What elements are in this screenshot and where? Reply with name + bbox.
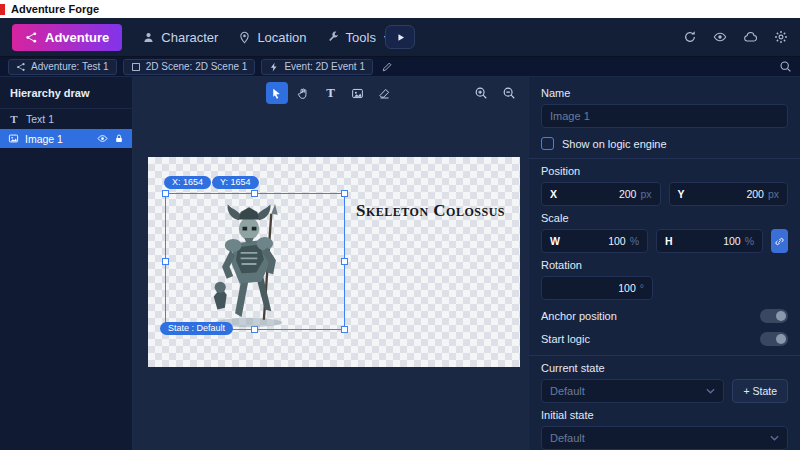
h-unit: % [745,235,754,247]
play-icon [395,32,406,43]
current-state-row: Default + State [541,379,788,403]
lock-icon[interactable] [114,133,124,144]
name-input[interactable] [541,104,788,128]
search-icon[interactable] [779,60,792,73]
current-state-select[interactable]: Default [541,379,724,403]
divider [529,355,800,356]
pan-hand-tool[interactable] [293,82,315,104]
rotation-label: Rotation [541,259,788,271]
adventure-button-label: Adventure [45,30,109,45]
adventure-button[interactable]: Adventure [12,24,122,51]
preview-eye-icon[interactable] [713,30,727,44]
app-title: Adventure Forge [11,3,99,15]
nodes-icon [16,62,26,72]
name-label: Name [541,87,788,99]
start-logic-label: Start logic [541,333,590,345]
main-toolbar: Adventure Character Location Tools ▾ [0,18,800,57]
initial-state-value: Default [550,432,585,444]
rotation-value: 100 [618,282,636,294]
hierarchy-item-label: Text 1 [26,113,54,125]
anchor-position-toggle[interactable] [760,309,788,323]
breadcrumb-label: Adventure: Test 1 [31,61,109,72]
image-tool[interactable] [347,82,369,104]
add-state-button[interactable]: + State [732,379,788,403]
frame-icon [131,62,141,72]
scale-row: W 100 % H 100 % [541,229,788,253]
breadcrumb-adventure[interactable]: Adventure: Test 1 [8,59,117,75]
h-value: 100 [723,235,741,247]
y-unit: px [768,188,779,200]
person-icon [142,31,155,44]
show-logic-row: Show on logic engine [541,137,788,150]
settings-gear-icon[interactable] [774,30,788,44]
text-tool[interactable]: T [320,82,342,104]
chevron-down-icon [770,435,779,441]
text-icon: T [8,113,20,125]
position-row: X 200 px Y 200 px [541,182,788,206]
scale-h-input[interactable]: H 100 % [656,229,763,253]
current-state-label: Current state [541,362,788,374]
link-scale-button[interactable] [771,229,788,253]
zoom-in-icon[interactable] [471,82,491,104]
resize-handle-e[interactable] [341,258,348,265]
menu-location[interactable]: Location [238,30,306,45]
play-button[interactable] [385,25,415,49]
current-state-value: Default [550,385,585,397]
hierarchy-item-label: Image 1 [25,133,63,145]
wrench-icon [327,31,340,44]
start-logic-toggle[interactable] [760,332,788,346]
skeleton-image[interactable] [200,199,298,329]
anchor-position-label: Anchor position [541,310,617,322]
visibility-eye-icon[interactable] [97,133,108,144]
eraser-tool[interactable] [374,82,396,104]
breadcrumb-event[interactable]: Event: 2D Event 1 [261,59,373,75]
select-cursor-tool[interactable] [266,82,288,104]
hierarchy-item-text1[interactable]: T Text 1 [0,109,132,128]
toolbar-right-group [683,30,788,44]
y-value: 200 [746,188,764,200]
chevron-down-icon [706,388,715,394]
position-x-input[interactable]: X 200 px [541,182,661,206]
menu-location-label: Location [257,30,306,45]
rotation-unit: ° [640,282,644,294]
hierarchy-item-image1[interactable]: Image 1 [0,129,132,148]
position-label: Position [541,165,788,177]
zoom-out-icon[interactable] [499,82,519,104]
show-logic-label: Show on logic engine [562,138,667,150]
menu-character[interactable]: Character [142,30,218,45]
initial-state-select[interactable]: Default [541,426,788,450]
divider [529,158,800,159]
resize-handle-se[interactable] [341,326,348,333]
coordinate-y-badge: Y: 1654 [212,176,259,189]
show-logic-checkbox[interactable] [541,137,554,150]
canvas-area[interactable]: T X: 1654 Y: 1654 [133,77,528,450]
titlebar: Adventure Forge [0,0,800,18]
hierarchy-sidebar: Hierarchy draw T Text 1 Image 1 [0,77,133,450]
refresh-icon[interactable] [683,30,697,44]
initial-state-label: Initial state [541,409,788,421]
app-window: Adventure Forge Adventure Character Loca… [0,0,800,450]
w-prefix: W [550,235,560,247]
scale-w-input[interactable]: W 100 % [541,229,648,253]
resize-handle-nw[interactable] [162,190,169,197]
edit-pencil-icon[interactable] [381,61,393,73]
start-logic-row: Start logic [541,332,788,346]
pin-icon [238,31,251,44]
cloud-icon[interactable] [743,30,758,44]
state-badge: State : Default [160,322,233,335]
resize-handle-w[interactable] [162,258,169,265]
rotation-input[interactable]: 100 ° [541,276,653,300]
canvas-text-object[interactable]: Skeleton Colossus [356,201,505,221]
canvas-stage[interactable]: X: 1654 Y: 1654 [148,157,520,367]
position-y-input[interactable]: Y 200 px [669,182,789,206]
resize-handle-n[interactable] [251,190,258,197]
breadcrumb-scene[interactable]: 2D Scene: 2D Scene 1 [123,59,256,75]
inspector-panel: Name Show on logic engine Position X 200… [528,77,800,450]
resize-handle-ne[interactable] [341,190,348,197]
menu-tools[interactable]: Tools ▾ [327,30,389,45]
breadcrumb-label: Event: 2D Event 1 [284,61,365,72]
breadcrumb-bar: Adventure: Test 1 2D Scene: 2D Scene 1 E… [0,57,800,77]
w-unit: % [630,235,639,247]
canvas-toolbar: T [133,82,528,104]
hierarchy-title: Hierarchy draw [0,77,132,109]
